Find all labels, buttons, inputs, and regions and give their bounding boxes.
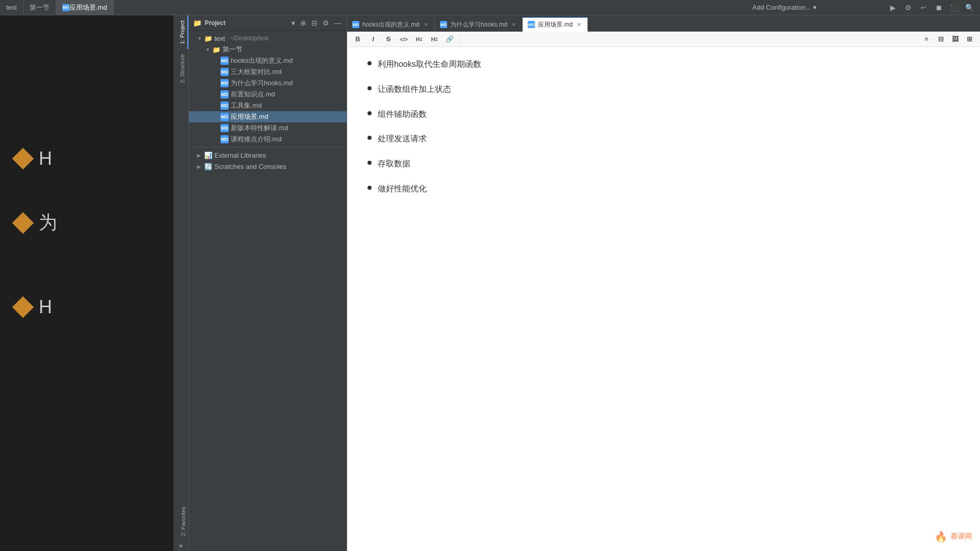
toolbar-h2[interactable]: H2 [428, 33, 441, 45]
file-name-8: 课程难点介绍.md [231, 135, 282, 144]
file-name-5: 工具集.md [231, 101, 262, 110]
tab-text[interactable]: text [0, 0, 23, 15]
collapse-icon[interactable]: ⊟ [310, 18, 318, 28]
settings-tree-icon[interactable]: ⚙ [322, 18, 330, 28]
presentation-panel: H 为 H [0, 15, 174, 551]
sidebar: 1: Project 2: Structure 2: Favorites ★ [174, 15, 189, 551]
editor-tab-why-hooks[interactable]: MD 为什么学习hooks.md ✕ [435, 17, 523, 32]
suspend-icon[interactable]: ⬛ [947, 1, 961, 14]
search-icon[interactable]: 🔍 [963, 1, 976, 14]
tab-close-3[interactable]: ✕ [576, 21, 582, 29]
file-name-2: 三大框架对比.md [231, 67, 282, 77]
file-tree-header: 📁 Project ▾ ⊕ ⊟ ⚙ — [189, 15, 347, 31]
watermark: 🔥 慕课网 [935, 531, 972, 543]
project-label: Project [205, 19, 287, 27]
diamond-icon-2 [12, 212, 34, 233]
toolbar-format-icon[interactable]: ⊟ [934, 33, 947, 45]
tab-chapter[interactable]: 第一节 [23, 0, 56, 15]
bullet-item-2: 让函数组件加上状态 [368, 82, 960, 97]
toolbar-list-icon[interactable]: ≡ [920, 33, 933, 45]
file-difficulties[interactable]: MD 课程难点介绍.md [189, 134, 347, 145]
bullet-item-1: 利用hooks取代生命周期函数 [368, 57, 960, 72]
toolbar-sep-1 [459, 35, 460, 44]
toolbar-code[interactable]: </> [397, 33, 410, 45]
tab-md-icon-1: MD [352, 21, 359, 28]
file-why-hooks[interactable]: MD 为什么学习hooks.md [189, 78, 347, 89]
run-button[interactable]: ▶ [886, 1, 899, 14]
bullet-item-6: 做好性能优化 [368, 182, 960, 196]
bullet-text-3: 组件辅助函数 [378, 107, 427, 122]
scratches-consoles-item[interactable]: ▶ 🔄 Scratches and Consoles [189, 161, 347, 172]
bullet-dot-4 [368, 136, 372, 140]
bullet-text-6: 做好性能优化 [378, 182, 427, 196]
chapter-folder-icon: 📁 [212, 46, 220, 54]
external-libraries-label: External Libraries [214, 152, 266, 159]
tab-md-icon-3: MD [528, 21, 535, 28]
editor-content[interactable]: 利用hooks取代生命周期函数 让函数组件加上状态 组件辅助函数 处理发送请求 … [347, 47, 980, 551]
main-area: H 为 H 1: Project 2: Structure 2: Favorit… [0, 15, 980, 551]
tab-close-2[interactable]: ✕ [510, 21, 517, 29]
chapter-folder-item[interactable]: ▼ 📁 第一节 [189, 44, 347, 55]
bullet-dot-2 [368, 86, 372, 90]
bullet-text-1: 利用hooks取代生命周期函数 [378, 57, 481, 72]
bullet-text-5: 存取数据 [378, 157, 410, 171]
project-dropdown-icon[interactable]: ▾ [290, 18, 296, 28]
chapter-arrow: ▼ [205, 47, 210, 53]
bullet-dot-1 [368, 61, 372, 65]
toolbar-h1[interactable]: H1 [412, 33, 426, 45]
file-prereq[interactable]: MD 前置知识点.md [189, 89, 347, 100]
file-hooks-meaning[interactable]: MD hooks出现的意义.md [189, 55, 347, 66]
add-config[interactable]: Add Configuration... ▾ [752, 4, 817, 11]
file-name-3: 为什么学习hooks.md [231, 79, 292, 88]
file-use-cases[interactable]: MD 应用场景.md [189, 111, 347, 122]
add-config-dropdown-icon: ▾ [813, 4, 817, 11]
editor-tab-hooks-meaning[interactable]: MD hooks出现的意义.md ✕ [347, 17, 435, 32]
external-libraries-item[interactable]: ▶ 📊 External Libraries [189, 149, 347, 161]
md-icon-5: MD [220, 102, 229, 110]
sidebar-tab-structure[interactable]: 2: Structure [174, 49, 188, 88]
toolbar-right-group: ≡ ⊟ 🖼 ⊞ [920, 33, 976, 45]
stop-icon[interactable]: ⏹ [932, 1, 945, 14]
slide-1: H [0, 138, 174, 180]
tab-label-2: 为什么学习hooks.md [450, 20, 507, 29]
top-bar: text 第一节 MD 应用场景.md Add Configuration...… [0, 0, 980, 15]
root-path: ~/Desktop/text [229, 35, 268, 42]
bullet-item-4: 处理发送请求 [368, 132, 960, 146]
tab-close-1[interactable]: ✕ [423, 21, 429, 29]
md-icon-3: MD [220, 79, 229, 87]
root-folder-item[interactable]: ▼ 📁 text ~/Desktop/text [189, 33, 347, 44]
project-folder-icon: 📁 [193, 19, 202, 27]
chapter-folder-name: 第一节 [223, 45, 242, 54]
file-new-features[interactable]: MD 新版本特性解读.md [189, 122, 347, 134]
toolbar-image-icon[interactable]: 🖼 [948, 33, 962, 45]
toolbar-table-icon[interactable]: ⊞ [963, 33, 976, 45]
watermark-text: 慕课网 [950, 532, 972, 541]
watermark-icon: 🔥 [935, 531, 947, 543]
sidebar-tab-project[interactable]: 1: Project [174, 15, 188, 49]
tab-file[interactable]: MD 应用场景.md [56, 0, 114, 15]
sidebar-tab-favorites[interactable]: 2: Favorites [174, 502, 188, 541]
root-folder-icon: 📁 [204, 35, 212, 42]
tab-text-label: text [6, 4, 17, 11]
md-icon-4: MD [220, 90, 229, 98]
top-bar-actions: ▶ ⚙ ↩ ⏹ ⬛ 🔍 [886, 1, 980, 14]
rerun-icon[interactable]: ↩ [917, 1, 930, 14]
editor-tab-use-cases[interactable]: MD 应用场景.md ✕ [523, 17, 588, 32]
locate-icon[interactable]: ⊕ [299, 18, 307, 28]
toolbar-italic[interactable]: I [366, 33, 380, 45]
md-icon-7: MD [220, 124, 229, 132]
tab-label-3: 应用场景.md [538, 20, 573, 29]
slide-text-1: H [39, 148, 52, 169]
md-icon-6: MD [220, 113, 229, 121]
root-arrow: ▼ [197, 36, 202, 41]
toolbar-strikethrough[interactable]: S [382, 33, 395, 45]
file-tools[interactable]: MD 工具集.md [189, 100, 347, 111]
file-three-frameworks[interactable]: MD 三大框架对比.md [189, 66, 347, 78]
settings-icon[interactable]: ⚙ [901, 1, 915, 14]
file-tree-content: ▼ 📁 text ~/Desktop/text ▼ 📁 第一节 MD hooks… [189, 31, 347, 551]
toolbar-link[interactable]: 🔗 [443, 33, 456, 45]
toolbar-bold[interactable]: B [351, 33, 364, 45]
sidebar-pin-icon[interactable]: ★ [174, 541, 188, 551]
md-icon-8: MD [220, 135, 229, 143]
close-panel-icon[interactable]: — [333, 18, 342, 28]
